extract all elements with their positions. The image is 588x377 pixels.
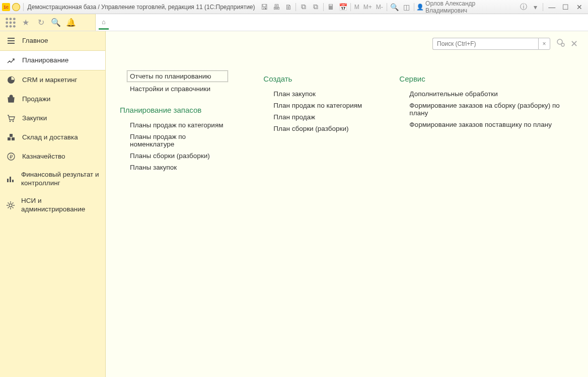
separator xyxy=(296,3,296,11)
separator xyxy=(323,3,324,11)
link-create-purchase-plan[interactable]: План закупок xyxy=(263,88,364,100)
apps-icon[interactable] xyxy=(5,17,16,28)
m-minus-button[interactable]: M- xyxy=(375,2,385,12)
calendar-icon[interactable]: 📅 xyxy=(337,2,348,12)
sidebar-item-label: Закупки xyxy=(22,114,47,123)
window-icon[interactable]: ◫ xyxy=(401,2,412,12)
svg-point-5 xyxy=(13,21,16,24)
link-create-assembly-plan[interactable]: План сборки (разборки) xyxy=(263,123,364,134)
svg-point-21 xyxy=(561,43,564,46)
info-icon[interactable]: ⓘ xyxy=(518,2,529,12)
search-clear-button[interactable]: × xyxy=(538,38,550,50)
svg-rect-16 xyxy=(7,179,9,182)
minimize-button[interactable]: — xyxy=(545,3,558,11)
section-head-inventory: Планирование запасов xyxy=(120,106,228,114)
main-area: Главное Планирование CRM и маркетинг Про… xyxy=(0,31,588,377)
separator xyxy=(387,3,387,11)
link-settings-refs[interactable]: Настройки и справочники xyxy=(120,83,228,95)
home-icon: ⌂ xyxy=(102,18,106,26)
svg-point-6 xyxy=(6,25,8,27)
m-plus-button[interactable]: M+ xyxy=(362,2,374,12)
svg-rect-13 xyxy=(10,134,13,137)
link-create-sales-plan-cat[interactable]: План продаж по категориям xyxy=(263,100,364,111)
link-form-supplier-orders[interactable]: Формирование заказов поставщику по плану xyxy=(399,119,574,130)
sidebar-item-sales[interactable]: Продажи xyxy=(0,90,105,109)
user-name: Орлов Александр Владимирович xyxy=(425,0,517,14)
sidebar-item-treasury[interactable]: ₽ Казначейство xyxy=(0,147,105,166)
current-user[interactable]: 👤 Орлов Александр Владимирович xyxy=(416,0,517,14)
svg-text:₽: ₽ xyxy=(10,154,13,160)
link-sales-plan-nomenclature[interactable]: Планы продаж по номенклатуре xyxy=(120,131,228,150)
save-icon[interactable]: 🖫 xyxy=(259,2,270,12)
separator xyxy=(350,3,351,11)
m-button[interactable]: M xyxy=(353,2,361,12)
pie-icon xyxy=(6,75,16,85)
sidebar: Главное Планирование CRM и маркетинг Про… xyxy=(0,31,106,377)
close-window-button[interactable]: ✕ xyxy=(573,3,586,11)
svg-rect-12 xyxy=(12,137,15,140)
link-assembly-plans[interactable]: Планы сборки (разборки) xyxy=(120,150,228,162)
svg-point-3 xyxy=(6,21,8,24)
svg-rect-18 xyxy=(12,180,14,182)
settings-icon[interactable] xyxy=(555,37,565,50)
bell-icon[interactable]: 🔔 xyxy=(65,17,77,28)
sidebar-item-label: Склад и доставка xyxy=(22,133,78,142)
content-toolbar: × ✕ xyxy=(432,37,578,50)
link-sales-plan-categories[interactable]: Планы продаж по категориям xyxy=(120,119,228,131)
svg-point-19 xyxy=(9,204,12,207)
close-panel-button[interactable]: ✕ xyxy=(570,38,578,49)
dropdown-icon[interactable] xyxy=(12,3,20,11)
user-icon: 👤 xyxy=(416,4,424,11)
top-toolbar: ★ ↻ 🔍 🔔 ⌂ xyxy=(0,14,588,31)
app-logo-icon: 1c xyxy=(2,3,10,11)
sidebar-item-main[interactable]: Главное xyxy=(0,31,105,50)
separator xyxy=(543,3,543,11)
dropdown-icon[interactable]: ▾ xyxy=(530,2,541,12)
boxes-icon xyxy=(6,132,16,142)
column-2: Создать План закупок План продаж по кате… xyxy=(263,70,364,173)
zoom-icon[interactable]: 🔍 xyxy=(389,2,400,12)
search-input[interactable] xyxy=(432,38,538,50)
titlebar-tools: 🖫 🖶 🗎 ⧉ ⧉ 🖩 📅 M M+ M- 🔍 ◫ 👤 Орлов Алекса… xyxy=(259,0,586,14)
star-icon[interactable]: ★ xyxy=(20,17,31,28)
sidebar-item-label: Планирование xyxy=(22,56,68,65)
sidebar-item-label: НСИ и администрирование xyxy=(21,197,99,214)
svg-rect-17 xyxy=(10,177,11,182)
calc-icon[interactable]: 🖩 xyxy=(326,2,337,12)
separator xyxy=(23,3,24,11)
svg-point-2 xyxy=(13,18,16,20)
link-create-sales-plan[interactable]: План продаж xyxy=(263,111,364,123)
search-icon[interactable]: 🔍 xyxy=(50,17,61,28)
svg-point-7 xyxy=(10,25,12,27)
column-1: Отчеты по планированию Настройки и справ… xyxy=(120,70,228,173)
sidebar-item-label: Главное xyxy=(22,37,48,45)
sidebar-item-label: Казначейство xyxy=(22,153,65,161)
preview-icon[interactable]: 🗎 xyxy=(283,2,294,12)
link-purchase-plans[interactable]: Планы закупок xyxy=(120,162,228,173)
bars-icon xyxy=(6,174,15,184)
svg-point-4 xyxy=(10,21,12,24)
copy-icon[interactable]: ⧉ xyxy=(298,2,309,12)
column-3: Сервис Дополнительные обработки Формиров… xyxy=(399,70,574,173)
history-icon[interactable]: ↻ xyxy=(35,17,46,28)
home-tab[interactable]: ⌂ xyxy=(99,16,109,30)
cart-icon xyxy=(6,113,16,123)
link-form-assembly-orders[interactable]: Формирование заказов на сборку (разборку… xyxy=(399,100,574,119)
sidebar-item-crm[interactable]: CRM и маркетинг xyxy=(0,70,105,90)
maximize-button[interactable]: ☐ xyxy=(559,3,572,11)
print-icon[interactable]: 🖶 xyxy=(271,2,282,12)
window-title: Демонстрационная база / Управление торго… xyxy=(28,4,255,11)
sidebar-item-finance[interactable]: Финансовый результат и контроллинг xyxy=(0,166,105,192)
sidebar-item-purchases[interactable]: Закупки xyxy=(0,109,105,128)
link-reports-planning[interactable]: Отчеты по планированию xyxy=(127,70,228,82)
sidebar-item-nsi[interactable]: НСИ и администрирование xyxy=(0,192,105,218)
link-additional-processing[interactable]: Дополнительные обработки xyxy=(399,88,574,100)
compare-icon[interactable]: ⧉ xyxy=(310,2,321,12)
sidebar-item-planning[interactable]: Планирование xyxy=(0,50,105,70)
menu-icon xyxy=(6,36,16,46)
gear-icon xyxy=(6,200,15,210)
toolbar-left: ★ ↻ 🔍 🔔 xyxy=(0,14,96,31)
sidebar-item-label: CRM и маркетинг xyxy=(22,76,77,85)
sidebar-item-warehouse[interactable]: Склад и доставка xyxy=(0,128,105,147)
svg-point-1 xyxy=(10,18,12,20)
